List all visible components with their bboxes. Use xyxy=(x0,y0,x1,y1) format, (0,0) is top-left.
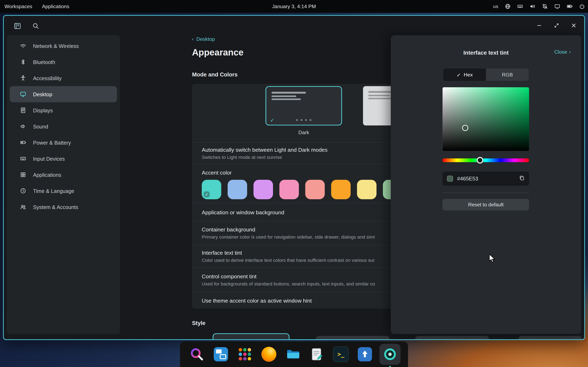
chevron-right-icon: › xyxy=(569,49,571,55)
accent-swatch-yellow[interactable] xyxy=(357,180,377,200)
accent-swatch-teal[interactable]: ✓ xyxy=(202,180,221,200)
color-mode-tabs: ✓ Hex RGB xyxy=(443,68,529,81)
drawer-close-button[interactable]: Close › xyxy=(554,49,571,55)
desktop-wallpaper: Workspaces Applications January 3, 4:14 … xyxy=(0,0,588,367)
maximize-button[interactable] xyxy=(553,22,560,29)
dock-settings-active[interactable] xyxy=(380,344,401,365)
volume-icon[interactable] xyxy=(529,3,535,9)
firefox-icon xyxy=(261,347,276,362)
accent-swatch-blue[interactable] xyxy=(228,180,247,200)
accent-swatch-pink[interactable] xyxy=(279,180,299,200)
app-grid-icon xyxy=(20,171,26,178)
dock-search-launcher[interactable] xyxy=(187,345,206,364)
picker-cursor[interactable] xyxy=(462,125,468,131)
dock-file-manager[interactable] xyxy=(284,345,302,364)
tab-hex[interactable]: ✓ Hex xyxy=(443,68,486,81)
notes-icon xyxy=(309,346,325,362)
close-label: Close xyxy=(554,49,567,55)
minimize-button[interactable] xyxy=(536,22,543,29)
reset-to-default-button[interactable]: Reset to default xyxy=(442,199,529,210)
check-icon: ✓ xyxy=(457,72,461,78)
chevron-left-icon: ‹ xyxy=(192,36,194,42)
hue-slider[interactable] xyxy=(442,158,529,162)
globe-icon[interactable] xyxy=(505,3,511,9)
dock: >_ xyxy=(180,342,408,367)
sidebar-item-system-accounts[interactable]: System & Accounts xyxy=(10,199,117,215)
dock-notes[interactable] xyxy=(307,345,326,364)
mouse-cursor xyxy=(489,254,497,264)
battery-icon[interactable] xyxy=(567,3,572,9)
style-card[interactable] xyxy=(415,336,489,340)
copy-icon[interactable] xyxy=(519,175,525,182)
accent-swatch-purple[interactable] xyxy=(254,180,273,200)
hex-input[interactable]: #465E53 xyxy=(442,171,529,186)
sidebar-item-label: Desktop xyxy=(33,91,52,97)
search-icon[interactable] xyxy=(32,22,39,30)
sidebar-item-time-language[interactable]: Time & Language xyxy=(10,183,117,199)
tab-rgb-label: RGB xyxy=(502,72,513,78)
style-card-selected[interactable] xyxy=(213,333,290,340)
terminal-icon: >_ xyxy=(333,346,349,362)
sidebar-item-power-battery[interactable]: Power & Battery xyxy=(10,134,117,150)
sidebar-item-displays[interactable]: Displays xyxy=(10,102,117,118)
active-app-indicator xyxy=(389,366,391,367)
users-icon xyxy=(20,204,26,210)
sidebar-item-label: Applications xyxy=(33,172,61,178)
sidebar-item-sound[interactable]: Sound xyxy=(10,118,117,134)
accent-swatch-orange[interactable] xyxy=(331,180,351,200)
keyboard-layout-indicator[interactable]: us xyxy=(493,4,498,9)
applications-menu[interactable]: Applications xyxy=(42,3,69,9)
displays-icon xyxy=(20,107,26,113)
style-card[interactable] xyxy=(518,336,582,340)
folder-icon xyxy=(285,346,301,362)
tab-hex-label: Hex xyxy=(464,72,473,78)
keyboard-icon[interactable] xyxy=(517,3,523,9)
battery-icon xyxy=(20,139,26,146)
clock[interactable]: January 3, 4:14 PM xyxy=(272,3,316,9)
sidebar-item-applications[interactable]: Applications xyxy=(10,167,117,183)
screen: Workspaces Applications January 3, 4:14 … xyxy=(0,0,588,367)
sidebar-item-network-wireless[interactable]: Network & Wireless xyxy=(10,38,117,54)
breadcrumb[interactable]: ‹ Desktop xyxy=(192,36,215,42)
sidebar-item-accessibility[interactable]: Accessibility xyxy=(10,70,117,86)
theme-card-dark[interactable]: ✓ xyxy=(265,86,342,125)
workspaces-icon xyxy=(213,346,229,362)
page-title: Appearance xyxy=(192,47,243,58)
sidebar-item-label: Displays xyxy=(33,107,53,113)
style-card[interactable] xyxy=(316,336,390,340)
sidebar-item-label: Power & Battery xyxy=(33,140,71,145)
hex-value[interactable]: #465E53 xyxy=(457,175,515,182)
notifications-off-icon[interactable] xyxy=(542,3,548,9)
keyboard-icon xyxy=(20,155,26,162)
hue-slider-thumb[interactable] xyxy=(477,157,484,164)
sidebar-item-input-devices[interactable]: Input Devices xyxy=(10,150,117,167)
theme-label-dark: Dark xyxy=(265,130,342,135)
accessibility-icon xyxy=(20,75,26,81)
dock-software-updates[interactable] xyxy=(355,345,374,364)
saturation-value-picker[interactable] xyxy=(442,87,529,151)
bluetooth-icon xyxy=(20,59,26,65)
dock-app-launcher[interactable] xyxy=(235,345,254,364)
wifi-icon xyxy=(20,43,26,49)
dock-terminal[interactable]: >_ xyxy=(332,345,350,364)
accent-swatch-salmon[interactable] xyxy=(305,180,325,200)
top-panel: Workspaces Applications January 3, 4:14 … xyxy=(0,0,588,13)
breadcrumb-label: Desktop xyxy=(196,36,215,42)
color-picker-drawer: Interface text tint Close › ✓ Hex RGB xyxy=(391,35,581,334)
workspaces-menu[interactable]: Workspaces xyxy=(4,3,32,9)
dock-firefox[interactable] xyxy=(259,345,278,364)
settings-window: Network & Wireless Bluetooth Accessibili… xyxy=(3,15,585,340)
sidebar-item-label: Input Devices xyxy=(33,156,65,161)
power-icon[interactable] xyxy=(579,3,585,9)
display-icon[interactable] xyxy=(554,3,560,9)
tab-rgb[interactable]: RGB xyxy=(486,68,528,81)
sidebar-item-bluetooth[interactable]: Bluetooth xyxy=(10,54,117,70)
settings-sidebar: Network & Wireless Bluetooth Accessibili… xyxy=(7,35,120,334)
dock-workspaces[interactable] xyxy=(212,345,230,364)
sidebar-item-label: Sound xyxy=(33,123,48,129)
close-button[interactable] xyxy=(570,22,578,29)
desktop-icon xyxy=(20,91,26,97)
sound-icon xyxy=(20,123,26,129)
app-grid-icon xyxy=(237,347,252,362)
sidebar-item-desktop[interactable]: Desktop xyxy=(10,86,117,102)
